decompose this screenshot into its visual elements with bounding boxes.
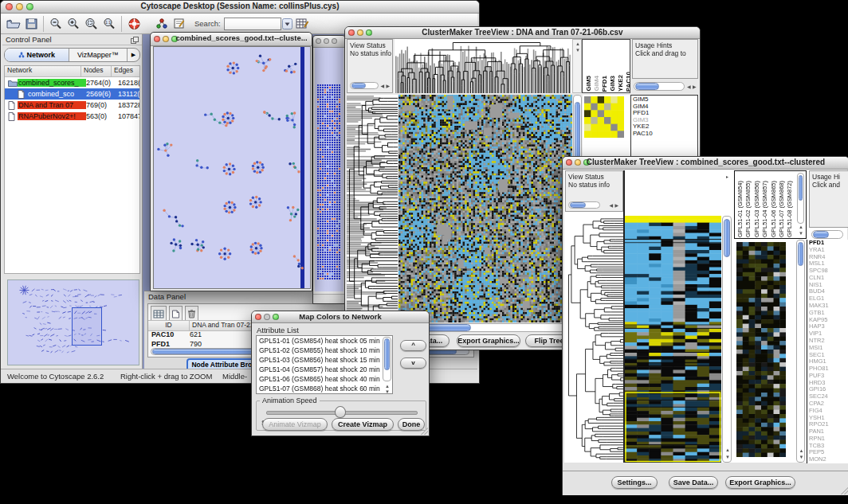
scroll-up-icon[interactable]: ▲ <box>385 384 390 389</box>
search-input[interactable] <box>224 18 281 30</box>
tv2-settings-button[interactable]: Settings... <box>611 476 658 489</box>
network1-titlebar[interactable]: combined_scores_good.txt--cluste... <box>151 33 312 46</box>
scroll-left-icon[interactable]: ◀ <box>687 84 691 89</box>
status-hint-zoom: Right-click + drag to ZOOM <box>120 372 212 381</box>
dialog-title: Map Colors to Network <box>252 312 429 321</box>
scroll-down-icon[interactable]: ▼ <box>799 231 803 236</box>
tv2-vscrollbar[interactable]: ▲ ▼ <box>722 216 732 463</box>
tv1-column-label: GIM5 <box>585 76 592 92</box>
minimize-icon[interactable] <box>163 36 169 42</box>
tv2-left-dendrogram[interactable] <box>566 216 623 463</box>
tv1-heatmap[interactable] <box>398 95 572 322</box>
move-down-button[interactable]: v <box>400 357 426 369</box>
scroll-right-icon[interactable]: ▸ <box>726 174 728 179</box>
control-panel: Control Panel Network VizMapper™ ▶ Netwo… <box>2 34 143 369</box>
tab-network[interactable]: Network <box>5 49 69 61</box>
zoom-out-button[interactable] <box>47 15 65 33</box>
scroll-up-icon[interactable]: ▲ <box>575 41 580 46</box>
column-header-nodes[interactable]: Nodes <box>81 66 112 76</box>
save-session-button[interactable] <box>23 15 40 33</box>
column-header-edges[interactable]: Edges <box>112 66 139 76</box>
scroll-right-icon[interactable]: ▶ <box>386 84 390 88</box>
tv2-status-scrollbar[interactable] <box>568 201 600 209</box>
tv2-main-heatmap[interactable] <box>625 216 721 463</box>
move-up-button[interactable]: ^ <box>400 340 426 351</box>
network-view-button[interactable] <box>153 15 171 33</box>
dialog-titlebar[interactable]: Map Colors to Network <box>252 311 429 323</box>
done-button[interactable]: Done <box>398 418 425 431</box>
float-panel-icon[interactable] <box>131 33 139 47</box>
tab-overflow-button[interactable]: ▶ <box>127 49 139 61</box>
tv1-export-graphics-button[interactable]: Export Graphics... <box>457 334 520 347</box>
main-titlebar[interactable]: Cytoscape Desktop (Session Name: collins… <box>1 1 479 14</box>
tv1-splitter-strip[interactable]: ▲ ▼ <box>572 39 582 93</box>
tv2-save-data-button[interactable]: Save Data... <box>669 476 718 489</box>
desktop: { "colors": { "selection_blue": "#3b6fd6… <box>0 0 848 504</box>
zoom-window-icon[interactable] <box>332 38 337 44</box>
scroll-down-icon[interactable]: ▼ <box>725 455 730 459</box>
attribute-item[interactable]: GPL51-04 (GSM857) heat shock 20 min <box>257 365 392 374</box>
close-icon[interactable] <box>154 36 160 42</box>
scroll-up-icon[interactable]: ▲ <box>725 447 730 452</box>
scroll-up-icon[interactable]: ▲ <box>799 225 803 229</box>
search-dropdown-button[interactable] <box>281 15 293 33</box>
attribute-scrollbar[interactable] <box>383 337 391 381</box>
scroll-up-icon[interactable]: ▲ <box>799 448 804 453</box>
network-window-2 <box>312 35 346 304</box>
scroll-down-icon[interactable]: ▼ <box>385 389 390 394</box>
zoom-in-button[interactable] <box>65 15 82 33</box>
tv2-hints-scrollbar[interactable] <box>811 230 843 239</box>
open-session-button[interactable] <box>4 15 23 33</box>
close-icon[interactable] <box>316 38 321 44</box>
tv1-left-dendrogram[interactable] <box>347 95 398 322</box>
annotation-button[interactable] <box>171 15 188 33</box>
column-header-network[interactable]: Network <box>5 66 81 76</box>
tv1-top-dendrogram[interactable] <box>395 39 572 93</box>
birdseye-viewport-rect[interactable] <box>72 307 102 346</box>
network2-titlebar[interactable] <box>313 36 345 48</box>
tv2-collabel-scrollbar[interactable] <box>797 173 804 224</box>
network-row[interactable]: DNA and Tran 07769(0)183728(0) <box>5 100 139 111</box>
animate-vizmap-button[interactable]: Animate Vizmap <box>262 418 328 431</box>
tv2-sub-heatmap[interactable] <box>736 242 786 457</box>
zoom-selected-icon <box>84 18 98 29</box>
scroll-left-icon[interactable]: ◀ <box>609 203 613 208</box>
tv1-usage-hints-title: Usage Hints <box>635 41 695 49</box>
tv1-gene-label[interactable]: PAC10 <box>631 131 697 138</box>
speed-slider-thumb[interactable] <box>335 406 346 418</box>
scroll-right-icon[interactable]: ▶ <box>693 84 697 89</box>
tv2-gene-scrollbar[interactable]: ▲ ▼ <box>796 240 805 463</box>
scroll-down-icon[interactable]: ▼ <box>799 455 804 459</box>
scroll-right-icon[interactable]: ▶ <box>614 203 618 208</box>
scroll-left-icon[interactable]: ◀ <box>380 84 384 88</box>
tv1-mini-heatmap[interactable] <box>584 96 624 138</box>
birdseye-view[interactable] <box>7 279 139 365</box>
attribute-browser-button[interactable] <box>293 15 312 33</box>
resize-grip[interactable] <box>839 486 848 494</box>
data-column-id[interactable]: ID <box>148 321 190 330</box>
network-row[interactable]: combined_scores_2764(0)16218(0) <box>5 77 139 88</box>
tv2-export-graphics-button[interactable]: Export Graphics... <box>725 476 795 489</box>
attribute-item[interactable]: GPL51-03 (GSM856) heat shock 15 min <box>257 355 392 365</box>
scroll-down-icon[interactable]: ▼ <box>575 48 580 53</box>
attribute-item[interactable]: GPL51-01 (GSM854) heat shock 05 min <box>257 336 392 346</box>
treeview2-titlebar[interactable]: ClusterMaker TreeView : combined_scores_… <box>563 157 848 170</box>
tv1-hints-scrollbar[interactable] <box>634 82 685 91</box>
tv2-gene-label[interactable]: MON2 <box>807 456 848 463</box>
zoom-fit-button[interactable]: 1:1 <box>100 15 118 33</box>
tab-vizmapper[interactable]: VizMapper™ <box>69 49 127 61</box>
network-row[interactable]: combined_sco2569(6)13112(15) <box>5 88 139 100</box>
tv1-status-scrollbar[interactable] <box>350 82 379 89</box>
network-row[interactable]: RNAPuberNov2+!563(0)107847(0) <box>5 111 139 122</box>
minimize-icon[interactable] <box>324 38 329 44</box>
network-canvas[interactable] <box>153 46 311 289</box>
attribute-item[interactable]: GPL51-06 (GSM865) heat shock 40 min <box>257 374 392 384</box>
network2-canvas[interactable] <box>315 48 344 291</box>
create-vizmap-button[interactable]: Create Vizmap <box>332 418 394 431</box>
help-button[interactable] <box>125 15 143 33</box>
attribute-item[interactable]: GPL51-07 (GSM868) heat shock 60 min <box>257 384 392 393</box>
treeview1-titlebar[interactable]: ClusterMaker TreeView : DNA and Tran 07-… <box>345 27 700 39</box>
zoom-selected-button[interactable] <box>82 15 100 33</box>
attribute-item[interactable]: GPL51-02 (GSM855) heat shock 10 min <box>257 346 392 355</box>
toolbar-separator <box>121 16 122 32</box>
